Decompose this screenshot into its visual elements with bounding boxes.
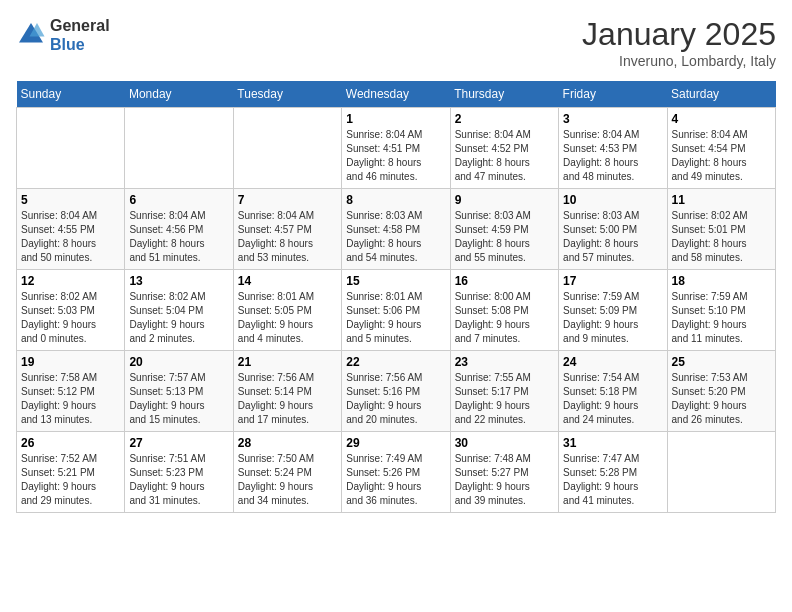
calendar-cell: 18Sunrise: 7:59 AM Sunset: 5:10 PM Dayli… — [667, 270, 775, 351]
day-info: Sunrise: 7:49 AM Sunset: 5:26 PM Dayligh… — [346, 452, 445, 508]
title-block: January 2025 Inveruno, Lombardy, Italy — [582, 16, 776, 69]
calendar-cell: 26Sunrise: 7:52 AM Sunset: 5:21 PM Dayli… — [17, 432, 125, 513]
weekday-saturday: Saturday — [667, 81, 775, 108]
day-number: 16 — [455, 274, 554, 288]
calendar-title: January 2025 — [582, 16, 776, 53]
calendar-cell — [17, 108, 125, 189]
weekday-monday: Monday — [125, 81, 233, 108]
calendar-week-3: 12Sunrise: 8:02 AM Sunset: 5:03 PM Dayli… — [17, 270, 776, 351]
day-info: Sunrise: 7:52 AM Sunset: 5:21 PM Dayligh… — [21, 452, 120, 508]
day-info: Sunrise: 7:47 AM Sunset: 5:28 PM Dayligh… — [563, 452, 662, 508]
day-info: Sunrise: 7:59 AM Sunset: 5:09 PM Dayligh… — [563, 290, 662, 346]
weekday-tuesday: Tuesday — [233, 81, 341, 108]
day-number: 20 — [129, 355, 228, 369]
day-info: Sunrise: 7:53 AM Sunset: 5:20 PM Dayligh… — [672, 371, 771, 427]
calendar-cell: 2Sunrise: 8:04 AM Sunset: 4:52 PM Daylig… — [450, 108, 558, 189]
day-info: Sunrise: 8:03 AM Sunset: 4:58 PM Dayligh… — [346, 209, 445, 265]
day-number: 31 — [563, 436, 662, 450]
day-info: Sunrise: 7:51 AM Sunset: 5:23 PM Dayligh… — [129, 452, 228, 508]
calendar-cell: 7Sunrise: 8:04 AM Sunset: 4:57 PM Daylig… — [233, 189, 341, 270]
calendar-cell: 22Sunrise: 7:56 AM Sunset: 5:16 PM Dayli… — [342, 351, 450, 432]
day-info: Sunrise: 7:54 AM Sunset: 5:18 PM Dayligh… — [563, 371, 662, 427]
calendar-cell: 10Sunrise: 8:03 AM Sunset: 5:00 PM Dayli… — [559, 189, 667, 270]
day-number: 11 — [672, 193, 771, 207]
calendar-cell: 29Sunrise: 7:49 AM Sunset: 5:26 PM Dayli… — [342, 432, 450, 513]
day-number: 9 — [455, 193, 554, 207]
logo-icon — [16, 20, 46, 50]
day-number: 7 — [238, 193, 337, 207]
day-number: 24 — [563, 355, 662, 369]
day-info: Sunrise: 8:00 AM Sunset: 5:08 PM Dayligh… — [455, 290, 554, 346]
day-number: 13 — [129, 274, 228, 288]
weekday-thursday: Thursday — [450, 81, 558, 108]
calendar-cell — [125, 108, 233, 189]
day-number: 1 — [346, 112, 445, 126]
day-number: 5 — [21, 193, 120, 207]
calendar-cell: 16Sunrise: 8:00 AM Sunset: 5:08 PM Dayli… — [450, 270, 558, 351]
weekday-header-row: SundayMondayTuesdayWednesdayThursdayFrid… — [17, 81, 776, 108]
logo: General Blue — [16, 16, 110, 54]
calendar-cell: 15Sunrise: 8:01 AM Sunset: 5:06 PM Dayli… — [342, 270, 450, 351]
logo-text: General Blue — [50, 16, 110, 54]
weekday-friday: Friday — [559, 81, 667, 108]
day-info: Sunrise: 7:59 AM Sunset: 5:10 PM Dayligh… — [672, 290, 771, 346]
day-number: 18 — [672, 274, 771, 288]
day-info: Sunrise: 8:04 AM Sunset: 4:54 PM Dayligh… — [672, 128, 771, 184]
day-info: Sunrise: 8:03 AM Sunset: 4:59 PM Dayligh… — [455, 209, 554, 265]
day-info: Sunrise: 8:04 AM Sunset: 4:53 PM Dayligh… — [563, 128, 662, 184]
day-info: Sunrise: 8:04 AM Sunset: 4:52 PM Dayligh… — [455, 128, 554, 184]
calendar-cell: 28Sunrise: 7:50 AM Sunset: 5:24 PM Dayli… — [233, 432, 341, 513]
day-info: Sunrise: 7:48 AM Sunset: 5:27 PM Dayligh… — [455, 452, 554, 508]
weekday-wednesday: Wednesday — [342, 81, 450, 108]
day-number: 3 — [563, 112, 662, 126]
logo-blue-text: Blue — [50, 35, 110, 54]
day-info: Sunrise: 7:56 AM Sunset: 5:16 PM Dayligh… — [346, 371, 445, 427]
logo-general-text: General — [50, 16, 110, 35]
weekday-sunday: Sunday — [17, 81, 125, 108]
calendar-cell: 17Sunrise: 7:59 AM Sunset: 5:09 PM Dayli… — [559, 270, 667, 351]
day-info: Sunrise: 8:03 AM Sunset: 5:00 PM Dayligh… — [563, 209, 662, 265]
calendar-body: 1Sunrise: 8:04 AM Sunset: 4:51 PM Daylig… — [17, 108, 776, 513]
day-info: Sunrise: 7:55 AM Sunset: 5:17 PM Dayligh… — [455, 371, 554, 427]
day-number: 10 — [563, 193, 662, 207]
day-number: 29 — [346, 436, 445, 450]
day-number: 12 — [21, 274, 120, 288]
day-info: Sunrise: 8:01 AM Sunset: 5:05 PM Dayligh… — [238, 290, 337, 346]
day-number: 28 — [238, 436, 337, 450]
day-number: 27 — [129, 436, 228, 450]
day-info: Sunrise: 8:04 AM Sunset: 4:55 PM Dayligh… — [21, 209, 120, 265]
day-number: 21 — [238, 355, 337, 369]
calendar-cell: 8Sunrise: 8:03 AM Sunset: 4:58 PM Daylig… — [342, 189, 450, 270]
day-number: 23 — [455, 355, 554, 369]
day-number: 25 — [672, 355, 771, 369]
day-info: Sunrise: 8:04 AM Sunset: 4:57 PM Dayligh… — [238, 209, 337, 265]
calendar-cell: 21Sunrise: 7:56 AM Sunset: 5:14 PM Dayli… — [233, 351, 341, 432]
calendar-cell: 4Sunrise: 8:04 AM Sunset: 4:54 PM Daylig… — [667, 108, 775, 189]
day-info: Sunrise: 8:02 AM Sunset: 5:04 PM Dayligh… — [129, 290, 228, 346]
calendar-cell: 11Sunrise: 8:02 AM Sunset: 5:01 PM Dayli… — [667, 189, 775, 270]
calendar-header: SundayMondayTuesdayWednesdayThursdayFrid… — [17, 81, 776, 108]
calendar-cell: 3Sunrise: 8:04 AM Sunset: 4:53 PM Daylig… — [559, 108, 667, 189]
calendar-cell: 14Sunrise: 8:01 AM Sunset: 5:05 PM Dayli… — [233, 270, 341, 351]
day-number: 6 — [129, 193, 228, 207]
calendar-cell: 30Sunrise: 7:48 AM Sunset: 5:27 PM Dayli… — [450, 432, 558, 513]
day-number: 14 — [238, 274, 337, 288]
calendar-cell: 12Sunrise: 8:02 AM Sunset: 5:03 PM Dayli… — [17, 270, 125, 351]
calendar-cell: 31Sunrise: 7:47 AM Sunset: 5:28 PM Dayli… — [559, 432, 667, 513]
day-number: 8 — [346, 193, 445, 207]
calendar-week-4: 19Sunrise: 7:58 AM Sunset: 5:12 PM Dayli… — [17, 351, 776, 432]
calendar-table: SundayMondayTuesdayWednesdayThursdayFrid… — [16, 81, 776, 513]
day-number: 17 — [563, 274, 662, 288]
calendar-cell: 23Sunrise: 7:55 AM Sunset: 5:17 PM Dayli… — [450, 351, 558, 432]
day-info: Sunrise: 8:01 AM Sunset: 5:06 PM Dayligh… — [346, 290, 445, 346]
calendar-cell: 24Sunrise: 7:54 AM Sunset: 5:18 PM Dayli… — [559, 351, 667, 432]
day-info: Sunrise: 8:02 AM Sunset: 5:01 PM Dayligh… — [672, 209, 771, 265]
calendar-week-2: 5Sunrise: 8:04 AM Sunset: 4:55 PM Daylig… — [17, 189, 776, 270]
calendar-cell: 5Sunrise: 8:04 AM Sunset: 4:55 PM Daylig… — [17, 189, 125, 270]
day-info: Sunrise: 8:04 AM Sunset: 4:51 PM Dayligh… — [346, 128, 445, 184]
calendar-cell: 1Sunrise: 8:04 AM Sunset: 4:51 PM Daylig… — [342, 108, 450, 189]
calendar-cell: 13Sunrise: 8:02 AM Sunset: 5:04 PM Dayli… — [125, 270, 233, 351]
calendar-cell — [667, 432, 775, 513]
calendar-week-5: 26Sunrise: 7:52 AM Sunset: 5:21 PM Dayli… — [17, 432, 776, 513]
calendar-subtitle: Inveruno, Lombardy, Italy — [582, 53, 776, 69]
